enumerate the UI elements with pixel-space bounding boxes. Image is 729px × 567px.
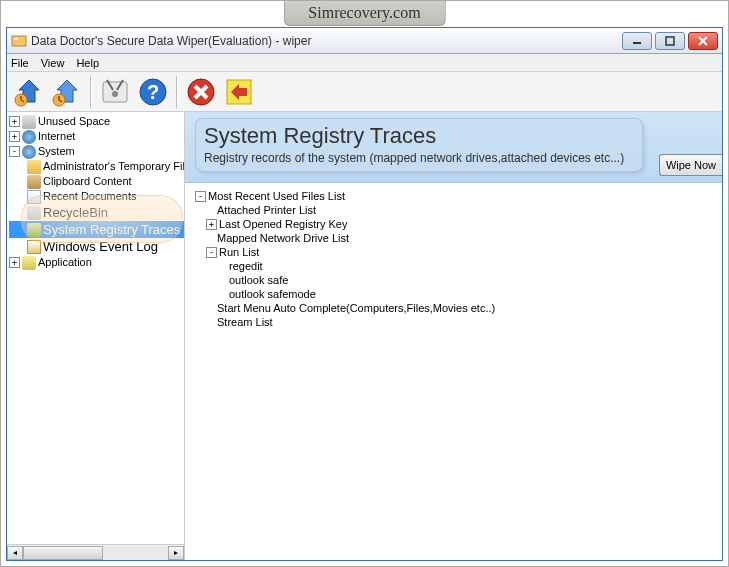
svg-rect-3 — [666, 37, 674, 45]
maximize-button[interactable] — [655, 32, 685, 50]
titlebar[interactable]: Data Doctor's Secure Data Wiper(Evaluati… — [7, 28, 722, 54]
page-title: System Registry Traces — [204, 123, 624, 149]
app-window: Data Doctor's Secure Data Wiper(Evaluati… — [6, 27, 723, 561]
tree-node-system[interactable]: - System — [9, 144, 184, 159]
tree-node-application[interactable]: + Application — [9, 255, 184, 270]
detail-label: Attached Printer List — [217, 203, 316, 217]
scroll-left-button[interactable]: ◂ — [7, 546, 23, 560]
detail-label: Stream List — [217, 315, 273, 329]
detail-label: Run List — [219, 245, 259, 259]
detail-node-last-reg[interactable]: + Last Opened Registry Key — [189, 217, 718, 231]
detail-label: Most Recent Used Files List — [208, 189, 345, 203]
toolbar-action-button[interactable] — [221, 74, 257, 110]
scroll-track[interactable] — [23, 546, 168, 560]
tree-label: Application — [38, 255, 92, 270]
header-bubble: System Registry Traces Registry records … — [195, 118, 643, 172]
expander-icon[interactable]: - — [206, 247, 217, 258]
detail-label: Start Menu Auto Complete(Computers,Files… — [217, 301, 495, 315]
detail-label: Last Opened Registry Key — [219, 217, 347, 231]
scroll-right-button[interactable]: ▸ — [168, 546, 184, 560]
tree-label: System Registry Traces — [43, 222, 180, 237]
expander-icon[interactable]: + — [9, 131, 20, 142]
page-subtitle: Registry records of the system (mapped n… — [204, 151, 624, 165]
expander-icon[interactable]: - — [9, 146, 20, 157]
detail-label: outlook safemode — [229, 287, 316, 301]
main-panel: System Registry Traces Registry records … — [185, 112, 722, 560]
tree-label: Windows Event Log — [43, 239, 158, 254]
detail-node-stream-list[interactable]: Stream List — [189, 315, 718, 329]
scroll-thumb[interactable] — [23, 546, 103, 560]
toolbar-settings-button[interactable] — [97, 74, 133, 110]
expander-icon[interactable]: + — [206, 219, 217, 230]
folder-icon — [27, 160, 41, 174]
detail-label: outlook safe — [229, 273, 288, 287]
clipboard-icon — [27, 175, 41, 189]
svg-point-17 — [112, 91, 118, 97]
header-panel: System Registry Traces Registry records … — [185, 112, 722, 183]
toolbar-destructive-button-1[interactable] — [11, 74, 47, 110]
minimize-button[interactable] — [622, 32, 652, 50]
toolbar-separator — [90, 76, 92, 108]
toolbar-destructive-button-2[interactable] — [49, 74, 85, 110]
registry-icon — [27, 223, 41, 237]
toolbar-stop-button[interactable] — [183, 74, 219, 110]
tree-node-recent-docs[interactable]: Recent Documents — [9, 189, 184, 204]
svg-rect-1 — [14, 38, 18, 40]
site-watermark: Simrecovery.com — [283, 1, 445, 26]
tree-node-internet[interactable]: + Internet — [9, 129, 184, 144]
tree-label: Unused Space — [38, 114, 110, 129]
detail-node-mapped-drive[interactable]: Mapped Network Drive List — [189, 231, 718, 245]
detail-node-printer[interactable]: Attached Printer List — [189, 203, 718, 217]
horizontal-scrollbar[interactable]: ◂ ▸ — [7, 544, 184, 560]
sidebar: + Unused Space + Internet - System — [7, 112, 185, 560]
globe-icon — [22, 130, 36, 144]
menu-help[interactable]: Help — [76, 57, 99, 69]
tree-label: Clipboard Content — [43, 174, 132, 189]
tree-label: Recent Documents — [43, 189, 137, 204]
detail-label: regedit — [229, 259, 263, 273]
svg-text:?: ? — [147, 81, 159, 103]
tree-label: Internet — [38, 129, 75, 144]
tree-node-recycle-bin[interactable]: RecycleBin — [9, 204, 184, 221]
recycle-bin-icon — [27, 206, 41, 220]
tree-node-admin-temp[interactable]: Administrator's Temporary Files — [9, 159, 184, 174]
category-tree[interactable]: + Unused Space + Internet - System — [7, 112, 184, 544]
tree-label: System — [38, 144, 75, 159]
document-icon — [27, 190, 41, 204]
tree-label: RecycleBin — [43, 205, 108, 220]
toolbar-separator — [176, 76, 178, 108]
detail-tree[interactable]: - Most Recent Used Files List Attached P… — [185, 183, 722, 560]
menu-file[interactable]: File — [11, 57, 29, 69]
detail-label: Mapped Network Drive List — [217, 231, 349, 245]
detail-node-outlook-safemode[interactable]: outlook safemode — [189, 287, 718, 301]
drive-icon — [22, 115, 36, 129]
detail-node-start-menu[interactable]: Start Menu Auto Complete(Computers,Files… — [189, 301, 718, 315]
tree-label: Administrator's Temporary Files — [43, 159, 184, 174]
expander-icon[interactable]: - — [195, 191, 206, 202]
tree-node-clipboard[interactable]: Clipboard Content — [9, 174, 184, 189]
expander-icon[interactable]: + — [9, 257, 20, 268]
svg-rect-0 — [12, 36, 26, 46]
detail-node-regedit[interactable]: regedit — [189, 259, 718, 273]
menu-view[interactable]: View — [41, 57, 65, 69]
close-button[interactable] — [688, 32, 718, 50]
expander-icon[interactable]: + — [9, 116, 20, 127]
tree-node-registry-traces[interactable]: System Registry Traces — [9, 221, 184, 238]
system-icon — [22, 145, 36, 159]
tree-node-event-log[interactable]: Windows Event Log — [9, 238, 184, 255]
menu-bar: File View Help — [7, 54, 722, 72]
event-log-icon — [27, 240, 41, 254]
detail-node-mru[interactable]: - Most Recent Used Files List — [189, 189, 718, 203]
toolbar: ? — [7, 72, 722, 112]
detail-node-run-list[interactable]: - Run List — [189, 245, 718, 259]
window-title: Data Doctor's Secure Data Wiper(Evaluati… — [31, 34, 622, 48]
detail-node-outlook-safe[interactable]: outlook safe — [189, 273, 718, 287]
toolbar-help-button[interactable]: ? — [135, 74, 171, 110]
tree-node-unused-space[interactable]: + Unused Space — [9, 114, 184, 129]
wipe-now-button[interactable]: Wipe Now — [659, 154, 722, 176]
app-icon — [11, 33, 27, 49]
application-icon — [22, 256, 36, 270]
